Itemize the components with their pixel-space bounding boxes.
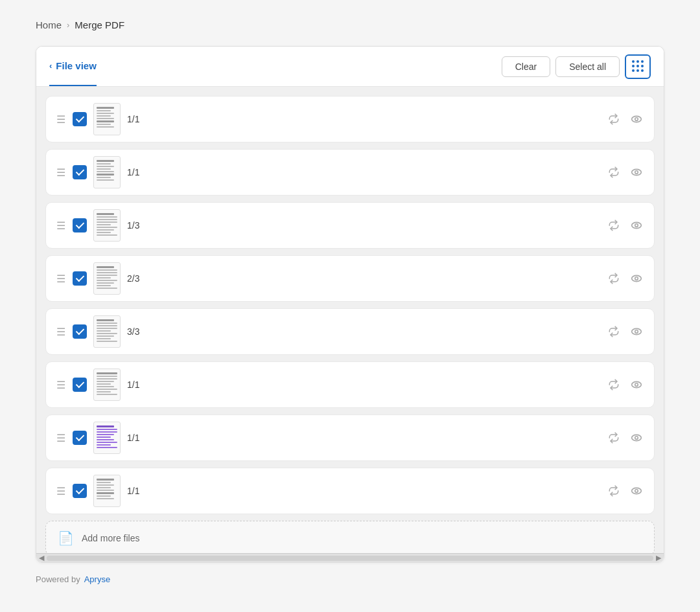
row-checkbox[interactable]	[73, 271, 87, 286]
file-thumbnail	[93, 315, 121, 348]
grid-view-button[interactable]	[625, 54, 651, 79]
eye-icon[interactable]	[629, 165, 644, 179]
row-actions	[607, 484, 644, 498]
chevron-left-icon: ‹	[49, 61, 52, 71]
file-row: ☰1/1	[45, 149, 655, 196]
scroll-right-arrow[interactable]: ▶	[656, 554, 661, 562]
clear-button[interactable]: Clear	[502, 56, 550, 77]
eye-icon[interactable]	[629, 378, 644, 392]
file-row: ☰2/3	[45, 255, 655, 302]
svg-point-4	[632, 222, 642, 228]
file-view-label: File view	[56, 60, 97, 71]
rotate-icon[interactable]	[607, 219, 620, 232]
row-checkbox[interactable]	[73, 324, 87, 339]
file-row: ☰1/1	[45, 361, 655, 408]
brand-name[interactable]: Apryse	[84, 574, 110, 584]
page-label: 1/1	[127, 114, 601, 124]
page-label: 2/3	[127, 273, 601, 284]
svg-point-1	[635, 118, 638, 121]
row-checkbox[interactable]	[73, 431, 87, 445]
powered-by-text: Powered by	[36, 574, 80, 584]
eye-icon[interactable]	[629, 431, 644, 445]
rotate-icon[interactable]	[607, 166, 620, 179]
page-label: 1/1	[127, 486, 601, 496]
row-actions	[607, 218, 644, 232]
rotate-icon[interactable]	[607, 272, 620, 285]
rotate-icon[interactable]	[607, 325, 620, 338]
svg-point-5	[635, 224, 638, 227]
drag-handle[interactable]: ☰	[56, 166, 66, 179]
svg-point-6	[632, 275, 642, 281]
file-thumbnail	[93, 262, 121, 295]
main-card: ‹ File view Clear Select all ☰1/1	[36, 46, 664, 563]
svg-point-8	[632, 328, 642, 334]
eye-icon[interactable]	[629, 112, 644, 126]
row-actions	[607, 165, 644, 179]
scrollbar-track	[47, 556, 653, 561]
file-view-tab[interactable]: ‹ File view	[49, 47, 97, 86]
file-thumbnail	[93, 422, 121, 454]
row-actions	[607, 431, 644, 445]
drag-handle[interactable]: ☰	[56, 432, 66, 444]
grid-icon	[632, 60, 644, 73]
eye-icon[interactable]	[629, 324, 644, 339]
svg-point-7	[635, 277, 638, 280]
page-label: 3/3	[127, 326, 601, 337]
file-row: ☰1/3	[45, 202, 655, 249]
scroll-left-arrow[interactable]: ◀	[39, 554, 44, 562]
drag-handle[interactable]: ☰	[56, 485, 66, 497]
row-actions	[607, 271, 644, 286]
row-actions	[607, 378, 644, 392]
file-thumbnail	[93, 475, 121, 507]
row-checkbox[interactable]	[73, 378, 87, 392]
card-header: ‹ File view Clear Select all	[36, 47, 664, 87]
eye-icon[interactable]	[629, 271, 644, 286]
row-actions	[607, 112, 644, 126]
drag-handle[interactable]: ☰	[56, 220, 66, 232]
file-row: ☰1/1	[45, 468, 655, 514]
breadcrumb-separator: ›	[67, 20, 69, 30]
select-all-button[interactable]: Select all	[555, 56, 620, 77]
svg-point-15	[635, 490, 638, 493]
eye-icon[interactable]	[629, 218, 644, 232]
svg-point-13	[635, 436, 638, 440]
add-more-row[interactable]: 📄 Add more files	[45, 521, 655, 553]
footer: Powered by Apryse	[36, 574, 664, 584]
file-thumbnail	[93, 368, 121, 401]
svg-point-2	[632, 169, 642, 175]
eye-icon[interactable]	[629, 484, 644, 498]
page-label: 1/1	[127, 380, 601, 390]
row-checkbox[interactable]	[73, 218, 87, 232]
file-thumbnail	[93, 156, 121, 188]
drag-handle[interactable]: ☰	[56, 273, 66, 285]
file-list: ☰1/1 ☰1/1 ☰1/3 ☰2/3 ☰3/3	[36, 87, 664, 553]
breadcrumb-home[interactable]: Home	[36, 19, 62, 30]
page-label: 1/1	[127, 433, 601, 443]
rotate-icon[interactable]	[607, 431, 620, 444]
header-actions: Clear Select all	[502, 54, 651, 79]
drag-handle[interactable]: ☰	[56, 379, 66, 391]
file-row: ☰1/1	[45, 96, 655, 142]
row-checkbox[interactable]	[73, 165, 87, 179]
rotate-icon[interactable]	[607, 378, 620, 391]
svg-point-10	[632, 381, 642, 387]
file-row: ☰3/3	[45, 308, 655, 355]
drag-handle[interactable]: ☰	[56, 113, 66, 126]
file-row: ☰1/1	[45, 414, 655, 461]
row-checkbox[interactable]	[73, 484, 87, 498]
drag-handle[interactable]: ☰	[56, 326, 66, 338]
svg-point-9	[635, 330, 638, 334]
breadcrumb-current: Merge PDF	[75, 19, 124, 30]
rotate-icon[interactable]	[607, 113, 620, 126]
file-thumbnail	[93, 209, 121, 242]
svg-point-0	[632, 116, 642, 122]
svg-point-11	[635, 383, 638, 387]
horizontal-scrollbar[interactable]: ◀ ▶	[36, 553, 664, 562]
svg-point-12	[632, 435, 642, 440]
rotate-icon[interactable]	[607, 484, 620, 497]
svg-point-3	[635, 171, 638, 174]
row-checkbox[interactable]	[73, 112, 87, 126]
row-actions	[607, 324, 644, 339]
svg-point-14	[632, 488, 642, 493]
breadcrumb: Home › Merge PDF	[36, 19, 664, 30]
